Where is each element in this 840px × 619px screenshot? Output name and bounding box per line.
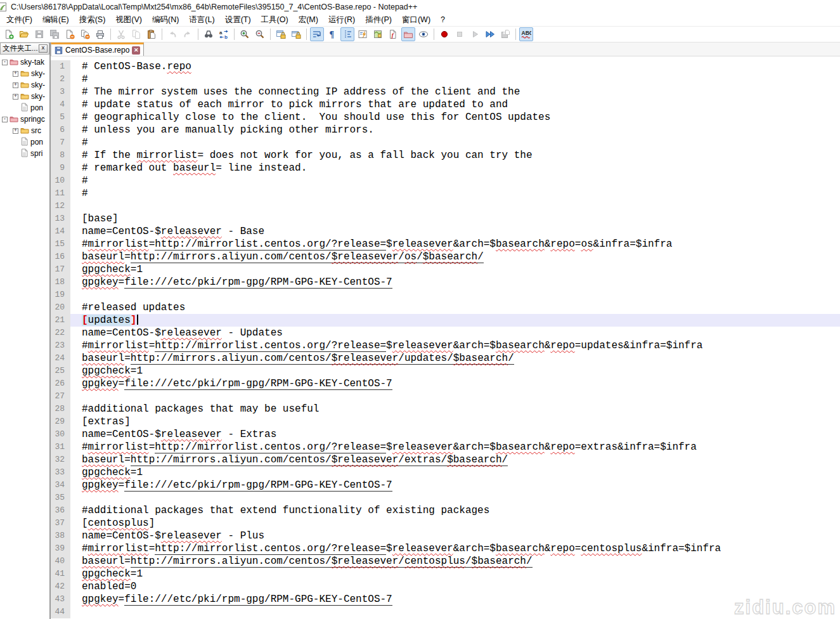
editor-line-20[interactable]: 20#released updates — [51, 301, 840, 314]
editor-line-32[interactable]: 32baseurl=http://mirrors.aliyun.com/cent… — [51, 453, 840, 466]
redo-icon[interactable] — [181, 27, 195, 41]
editor-line-21[interactable]: 21[updates] — [51, 314, 840, 327]
print-icon[interactable] — [93, 27, 107, 41]
editor-line-37[interactable]: 37[centosplus] — [51, 517, 840, 530]
menu-item-6[interactable]: 设置(T) — [220, 14, 256, 27]
close-file-icon[interactable] — [63, 27, 77, 41]
tree-item-springc[interactable]: -springc — [0, 114, 49, 125]
menu-item-2[interactable]: 搜索(S) — [74, 14, 111, 27]
editor-line-31[interactable]: 31#mirrorlist=http://mirrorlist.centos.o… — [51, 441, 840, 453]
menu-item-12[interactable]: ? — [436, 15, 450, 25]
editor-line-9[interactable]: 9# remarked out baseurl= line instead. — [51, 162, 840, 174]
editor-line-44[interactable]: 44 — [51, 606, 840, 618]
menu-item-9[interactable]: 运行(R) — [323, 14, 360, 27]
editor-line-29[interactable]: 29[extras] — [51, 415, 840, 428]
save-all-icon[interactable] — [48, 27, 61, 41]
zoom-out-icon[interactable] — [253, 27, 267, 41]
editor-line-28[interactable]: 28#additional packages that may be usefu… — [51, 403, 840, 415]
tab-close-icon[interactable]: ✕ — [132, 46, 140, 55]
editor-line-34[interactable]: 34gpgkey=file:///etc/pki/rpm-gpg/RPM-GPG… — [51, 479, 840, 492]
cut-icon[interactable] — [114, 27, 128, 41]
menu-item-10[interactable]: 插件(P) — [360, 14, 397, 27]
show-all-characters-icon[interactable]: ¶ — [325, 27, 339, 41]
spell-check-icon[interactable]: ABC — [519, 27, 533, 41]
menu-item-11[interactable]: 窗口(W) — [397, 14, 436, 27]
editor-line-19[interactable]: 19 — [51, 289, 840, 301]
copy-icon[interactable] — [129, 27, 143, 41]
editor-line-35[interactable]: 35 — [51, 492, 840, 504]
expand-icon[interactable]: + — [13, 71, 18, 77]
menu-item-1[interactable]: 编辑(E) — [37, 14, 74, 27]
undo-icon[interactable] — [165, 27, 179, 41]
macro-save-icon[interactable] — [498, 27, 512, 41]
editor-line-1[interactable]: 1# CentOS-Base.repo — [51, 60, 840, 73]
editor-line-6[interactable]: 6# unless you are manually picking other… — [51, 124, 840, 136]
editor-line-17[interactable]: 17gpgcheck=1 — [51, 263, 840, 276]
tree-item-sky-tak[interactable]: -sky-tak — [0, 56, 49, 68]
collapse-icon[interactable]: - — [2, 60, 8, 65]
tree-item-sky-[interactable]: +sky- — [0, 91, 49, 102]
editor-line-23[interactable]: 23#mirrorlist=http://mirrorlist.centos.o… — [51, 339, 840, 352]
tree-item-src[interactable]: +src — [0, 125, 49, 136]
editor-line-18[interactable]: 18gpgkey=file:///etc/pki/rpm-gpg/RPM-GPG… — [51, 276, 840, 289]
menu-item-7[interactable]: 工具(O) — [256, 14, 294, 27]
editor-line-5[interactable]: 5# geographically close to the client. Y… — [51, 111, 840, 124]
editor-line-42[interactable]: 42enabled=0 — [51, 580, 840, 593]
expand-icon[interactable]: + — [13, 94, 18, 100]
expand-icon[interactable]: + — [13, 128, 18, 134]
editor-line-41[interactable]: 41gpgcheck=1 — [51, 568, 840, 580]
editor-line-10[interactable]: 10# — [51, 174, 840, 187]
collapse-icon[interactable]: - — [2, 117, 8, 122]
editor-line-3[interactable]: 3# The mirror system uses the connecting… — [51, 86, 840, 98]
editor-line-39[interactable]: 39#mirrorlist=http://mirrorlist.centos.o… — [51, 542, 840, 555]
menu-item-8[interactable]: 宏(M) — [294, 14, 323, 27]
editor-line-30[interactable]: 30name=CentOS-$releasever - Extras — [51, 428, 840, 441]
tab-centos-base-repo[interactable]: CentOS-Base.repo ✕ — [51, 42, 144, 56]
sync-horizontal-icon[interactable] — [289, 27, 303, 41]
editor-line-7[interactable]: 7# — [51, 136, 840, 149]
menu-item-0[interactable]: 文件(F) — [1, 14, 37, 27]
editor-line-12[interactable]: 12 — [51, 200, 840, 212]
save-file-icon[interactable] — [32, 27, 46, 41]
folder-as-workspace-icon[interactable] — [401, 27, 415, 41]
editor-line-26[interactable]: 26gpgkey=file:///etc/pki/rpm-gpg/RPM-GPG… — [51, 377, 840, 390]
macro-run-multiple-icon[interactable] — [483, 27, 497, 41]
editor-line-13[interactable]: 13[base] — [51, 212, 840, 225]
editor-line-40[interactable]: 40baseurl=http://mirrors.aliyun.com/cent… — [51, 555, 840, 568]
panel-close-button[interactable]: x — [39, 44, 48, 53]
editor-line-14[interactable]: 14name=CentOS-$releasever - Base — [51, 225, 840, 238]
macro-stop-icon[interactable] — [453, 27, 467, 41]
menu-item-4[interactable]: 编码(N) — [147, 14, 184, 27]
tree-item-sky-[interactable]: +sky- — [0, 79, 49, 91]
new-file-icon[interactable] — [2, 27, 16, 41]
file-monitoring-icon[interactable] — [417, 27, 430, 41]
find-icon[interactable] — [202, 27, 216, 41]
macro-play-icon[interactable] — [468, 27, 482, 41]
open-file-icon[interactable] — [17, 27, 31, 41]
menu-item-5[interactable]: 语言(L) — [184, 14, 219, 27]
word-wrap-icon[interactable] — [310, 27, 324, 41]
document-map-icon[interactable] — [371, 27, 385, 41]
editor-line-36[interactable]: 36#additional packages that extend funct… — [51, 504, 840, 517]
document-switcher-icon[interactable]: f — [386, 27, 400, 41]
indent-guide-icon[interactable] — [340, 27, 354, 41]
editor-line-8[interactable]: 8# If the mirrorlist= does not work for … — [51, 149, 840, 162]
editor-line-15[interactable]: 15#mirrorlist=http://mirrorlist.centos.o… — [51, 238, 840, 251]
replace-icon[interactable]: ab — [217, 27, 231, 41]
function-list-icon[interactable] — [356, 27, 370, 41]
macro-record-icon[interactable] — [437, 27, 451, 41]
paste-icon[interactable] — [145, 27, 158, 41]
editor-line-33[interactable]: 33gpgcheck=1 — [51, 466, 840, 479]
editor-line-11[interactable]: 11# — [51, 187, 840, 200]
expand-icon[interactable]: + — [13, 82, 18, 88]
editor-line-2[interactable]: 2# — [51, 73, 840, 86]
zoom-in-icon[interactable] — [238, 27, 252, 41]
editor-line-25[interactable]: 25gpgcheck=1 — [51, 365, 840, 377]
tree-item-sky-[interactable]: +sky- — [0, 68, 49, 79]
editor-line-16[interactable]: 16baseurl=http://mirrors.aliyun.com/cent… — [51, 251, 840, 263]
editor-line-38[interactable]: 38name=CentOS-$releasever - Plus — [51, 530, 840, 542]
editor-line-43[interactable]: 43gpgkey=file:///etc/pki/rpm-gpg/RPM-GPG… — [51, 593, 840, 606]
editor-line-27[interactable]: 27 — [51, 390, 840, 403]
sync-vertical-icon[interactable] — [274, 27, 288, 41]
menu-item-3[interactable]: 视图(V) — [110, 14, 147, 27]
